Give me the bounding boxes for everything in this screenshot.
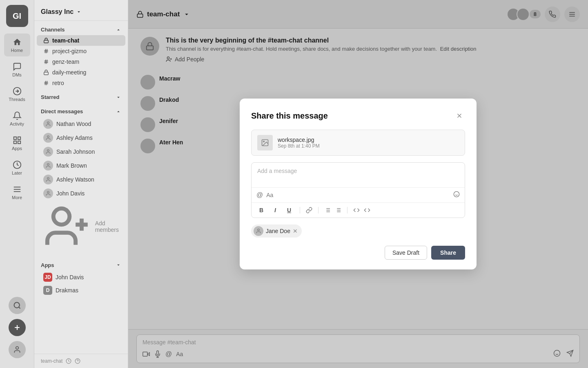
compose-format-row: B I U	[252, 202, 465, 218]
sidebar-item-home[interactable]: Home	[4, 34, 30, 56]
dm-item-sarah-johnson[interactable]: Sarah Johnson	[37, 145, 125, 159]
avatar-ashley-adams	[43, 133, 53, 143]
hash-icon-3	[43, 80, 49, 86]
dm-label: Direct messages	[41, 108, 83, 114]
compose-emoji-icon	[453, 191, 460, 197]
svg-point-28	[47, 122, 49, 124]
channel-item-retro[interactable]: retro	[37, 78, 125, 88]
svg-rect-3	[18, 141, 20, 143]
format-bold-button[interactable]: B	[256, 205, 266, 215]
dm-name-john-davis: John Davis	[56, 190, 85, 197]
close-icon	[456, 112, 463, 119]
app-item-john-davis[interactable]: JD John Davis	[37, 271, 125, 284]
share-button[interactable]: Share	[431, 246, 465, 260]
hash-icon-2	[43, 59, 49, 65]
compose-button[interactable]	[9, 319, 26, 336]
channel-item-daily-meeting[interactable]: daily-meeting	[37, 67, 125, 78]
format-italic-button[interactable]: I	[270, 205, 280, 215]
compose-font-icon[interactable]: Aa	[266, 192, 273, 198]
workspace-header[interactable]: Glassy Inc	[34, 0, 128, 21]
recipient-remove-jane-doe[interactable]: ✕	[293, 228, 298, 234]
link-icon[interactable]	[306, 207, 312, 213]
main-content: team-chat 8 This is the very beginning	[128, 0, 588, 368]
svg-point-9	[14, 303, 19, 308]
profile-button[interactable]	[9, 341, 26, 358]
dm-item-mark-brown[interactable]: Mark Brown	[37, 159, 125, 173]
modal-close-button[interactable]	[454, 110, 465, 121]
code-icon[interactable]	[353, 207, 360, 213]
workspace-name: Glassy Inc	[41, 8, 74, 16]
compose-input[interactable]: Add a message	[252, 163, 465, 187]
channel-item-team-chat[interactable]: team-chat	[37, 35, 125, 46]
svg-point-32	[47, 177, 49, 180]
channels-section-header[interactable]: Channels	[34, 21, 128, 35]
svg-line-22	[47, 60, 47, 64]
channel-item-genz-team[interactable]: genz-team	[37, 56, 125, 67]
dm-name-ashley-adams: Ashley Adams	[56, 135, 93, 141]
app-icon-drakmas: D	[43, 286, 52, 295]
dm-item-ashley-watson[interactable]: Ashley Watson	[37, 173, 125, 186]
sidebar-item-activity[interactable]: Activity	[4, 107, 30, 130]
channel-item-project-gizmo[interactable]: project-gizmo	[37, 46, 125, 56]
dm-item-john-davis[interactable]: John Davis	[37, 186, 125, 200]
dm-item-ashley-adams[interactable]: Ashley Adams	[37, 131, 125, 145]
lock-icon-2	[43, 70, 49, 75]
workspace-chevron-icon	[76, 9, 82, 15]
avatar-ashley-watson	[43, 175, 53, 184]
apps-chevron-icon[interactable]	[116, 262, 121, 268]
message-preview: workspace.jpg Sep 8th at 1:40 PM	[251, 130, 465, 156]
svg-rect-1	[13, 137, 16, 139]
svg-point-29	[47, 136, 49, 138]
dm-section-header[interactable]: Direct messages	[34, 103, 128, 117]
format-divider-2	[318, 207, 318, 213]
sidebar-item-dms[interactable]: DMs	[4, 58, 30, 81]
footer-history-icon[interactable]	[66, 358, 71, 364]
dm-item-nathan-wood[interactable]: Nathan Wood	[37, 117, 125, 131]
recipients-row: Jane Doe ✕	[251, 224, 465, 238]
svg-line-21	[45, 60, 46, 64]
sidebar-item-more[interactable]: More	[4, 181, 30, 204]
svg-point-31	[47, 164, 49, 166]
search-button[interactable]	[9, 297, 26, 314]
icon-bar-bottom	[9, 297, 26, 363]
footer-help-icon[interactable]	[75, 358, 80, 364]
avatar-sarah-johnson	[43, 147, 53, 157]
dm-name-ashley-watson: Ashley Watson	[56, 176, 94, 183]
apps-label: Apps	[41, 262, 54, 268]
workspace-logo[interactable]: GI	[6, 5, 28, 27]
sidebar-item-later[interactable]: Later	[4, 156, 30, 179]
dm-collapse-icon[interactable]	[116, 109, 121, 114]
compose-at-icon[interactable]: @	[256, 191, 263, 199]
dm-name-sarah-johnson: Sarah Johnson	[56, 148, 95, 155]
starred-chevron-icon[interactable]	[116, 94, 121, 100]
preview-date: Sep 8th at 1:40 PM	[278, 143, 320, 149]
apps-section-header[interactable]: Apps	[34, 256, 128, 271]
svg-line-17	[45, 49, 46, 54]
format-underline-button[interactable]: U	[284, 205, 294, 215]
sidebar-item-threads[interactable]: Threads	[4, 83, 30, 105]
avatar-john-davis	[43, 188, 53, 198]
svg-point-60	[263, 141, 265, 142]
save-draft-button[interactable]: Save Draft	[385, 246, 427, 260]
channels-collapse-icon[interactable]	[116, 27, 121, 33]
dm-name-nathan-wood: Nathan Wood	[56, 121, 91, 127]
app-item-drakmas[interactable]: D Drakmas	[37, 284, 125, 297]
sidebar-item-apps[interactable]: Apps	[4, 132, 30, 155]
recipient-name-jane-doe: Jane Doe	[266, 228, 290, 234]
footer-channel-name: team-chat	[41, 358, 62, 364]
modal-overlay: Share this message workspace.jpg Sep 8th…	[128, 0, 588, 368]
recipient-chip-jane-doe: Jane Doe ✕	[251, 224, 302, 238]
add-members-button[interactable]: Add members	[37, 200, 125, 253]
starred-label: Starred	[41, 94, 60, 100]
unordered-list-icon[interactable]	[335, 207, 341, 213]
ordered-list-icon[interactable]	[324, 207, 331, 213]
code-block-icon[interactable]	[364, 207, 370, 213]
svg-line-26	[45, 81, 46, 85]
starred-section-header[interactable]: Starred	[34, 88, 128, 103]
recipient-avatar-icon	[256, 228, 261, 234]
icon-bar: GI Home DMs Threads Activity Apps Later …	[0, 0, 34, 368]
preview-filename: workspace.jpg	[278, 137, 320, 143]
add-members-icon	[43, 202, 92, 251]
compose-emoji-button[interactable]	[453, 191, 460, 199]
modal-title: Share this message	[251, 111, 328, 121]
